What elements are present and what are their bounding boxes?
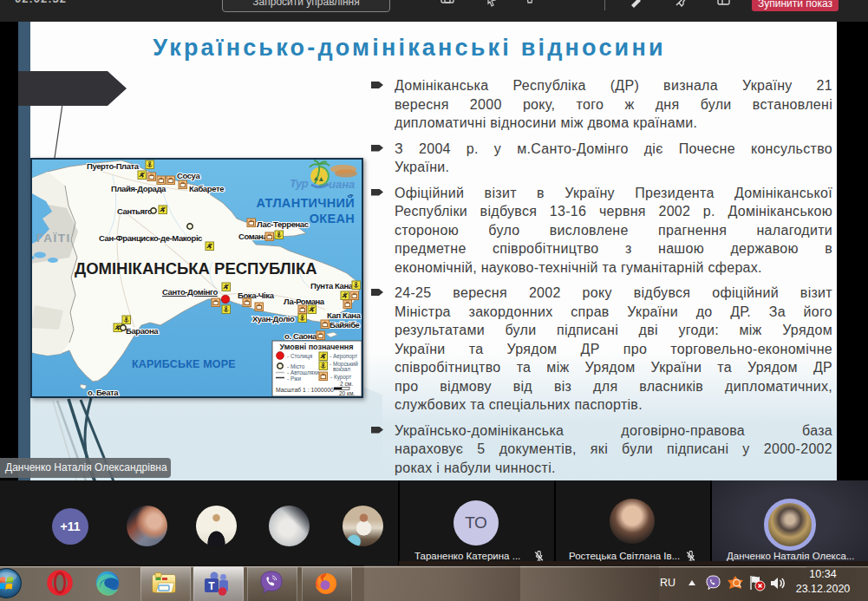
svg-text:2 см.: 2 см. [340, 381, 353, 387]
svg-text:ДОМІНІКАНСЬКА РЕСПУБЛІКА: ДОМІНІКАНСЬКА РЕСПУБЛІКА [75, 259, 317, 278]
svg-text:Сосуа: Сосуа [177, 171, 200, 180]
svg-text:КАРИБСЬКЕ МОРЕ: КАРИБСЬКЕ МОРЕ [132, 358, 236, 370]
svg-text:Сантьяго: Сантьяго [117, 206, 153, 216]
svg-text:Бараона: Бараона [126, 326, 159, 336]
svg-text:Санто-Домінго: Санто-Домінго [162, 287, 218, 297]
svg-text:Сан-Франциско-де-Макоріс: Сан-Франциско-де-Макоріс [99, 233, 202, 243]
svg-text:Лас-Терренас: Лас-Терренас [257, 219, 309, 229]
svg-text:о. Саона: о. Саона [284, 331, 317, 341]
svg-text:Кап Кана: Кап Кана [327, 310, 362, 320]
svg-text:- Столиця: - Столиця [287, 353, 313, 360]
svg-text:Пуерто-Плата: Пуерто-Плата [87, 161, 140, 171]
svg-text:Кабарете: Кабарете [189, 184, 224, 193]
svg-text:Умовні позначення: Умовні позначення [279, 343, 353, 351]
svg-text:Масштаб 1 : 1000000: Масштаб 1 : 1000000 [276, 387, 334, 393]
svg-text:Сомана: Сомана [238, 232, 268, 241]
svg-text:о. Беата: о. Беата [88, 388, 119, 397]
svg-text:иана: иана [329, 178, 355, 191]
svg-text:- Курорт: - Курорт [330, 374, 351, 381]
svg-text:T: T [208, 580, 215, 592]
svg-text:- Ріки: - Ріки [287, 376, 301, 382]
svg-text:- Місто: - Місто [287, 363, 305, 369]
svg-text:Байяібе: Байяібе [330, 320, 360, 330]
svg-text:Хуан-Доліо: Хуан-Доліо [252, 314, 295, 323]
svg-text:АТЛАНТИЧНИЙ: АТЛАНТИЧНИЙ [257, 195, 355, 210]
svg-text:- Аеропорт: - Аеропорт [330, 353, 357, 360]
svg-text:вокзал: вокзал [333, 366, 350, 372]
svg-text:ОКЕАН: ОКЕАН [310, 212, 355, 225]
svg-text:Тур: Тур [290, 177, 309, 190]
svg-text:- Автошляхи.: - Автошляхи. [287, 369, 321, 376]
svg-text:Плайя-Дорада: Плайя-Дорада [111, 184, 166, 193]
svg-text:Ла-Романа: Ла-Романа [284, 297, 325, 306]
svg-text:20 км.: 20 км. [339, 390, 355, 396]
svg-text:ГАЇТІ: ГАЇТІ [36, 232, 71, 245]
svg-text:Пунта Кана: Пунта Кана [310, 281, 354, 291]
